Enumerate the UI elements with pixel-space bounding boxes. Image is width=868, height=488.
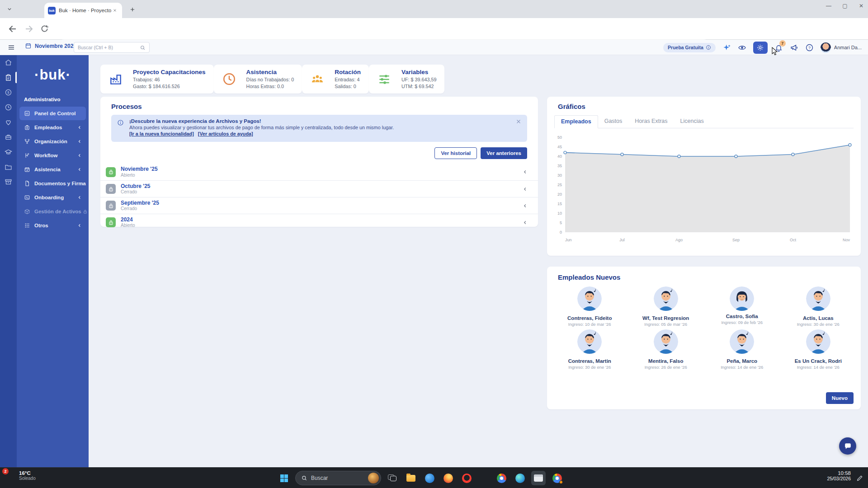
preview-eye-icon[interactable]	[738, 43, 746, 52]
employee-card[interactable]: Castro, Sofia Ingreso: 09 de feb '26	[704, 286, 780, 327]
otros[interactable]: Otros	[19, 219, 86, 232]
start-button[interactable]	[277, 471, 291, 485]
proceso-row[interactable]: Septiembre '25 Cerrado	[100, 197, 538, 214]
employee-card[interactable]: Contreras, Martin Ingreso: 30 de ene '26	[552, 329, 628, 370]
settings-gear-button[interactable]	[753, 42, 768, 54]
ver-anteriores-button[interactable]: Ver anteriores	[481, 147, 527, 159]
chart-tab[interactable]: Licencias	[674, 115, 710, 128]
chat-fab-button[interactable]	[839, 437, 856, 455]
proceso-row[interactable]: 2024 Abierto	[100, 214, 538, 230]
taskbar-clock[interactable]: 10:58 25/03/2026	[827, 470, 851, 481]
empleados[interactable]: Empleados	[19, 121, 86, 134]
employee-card[interactable]: Actis, Lucas Ingreso: 30 de ene '26	[780, 286, 857, 327]
admin-tasks[interactable]	[0, 70, 17, 85]
proceso-status: Abierto	[121, 223, 522, 228]
close-icon[interactable]: ✕	[858, 3, 864, 9]
panel-de-control[interactable]: Panel de Control	[19, 107, 86, 120]
task-view-button[interactable]	[385, 471, 400, 485]
app-search-input[interactable]	[78, 45, 140, 50]
chrome-running-button[interactable]	[550, 471, 564, 485]
employee-card[interactable]: Peña, Marco Ingreso: 14 de ene '26	[704, 329, 780, 370]
stat-card[interactable]: Rotación Entradas: 4 Salidas: 0	[302, 65, 369, 94]
banner-link-funcionalidad[interactable]: [Ir a la nueva funcionalidad]	[129, 131, 194, 136]
weather-sun-icon: 2	[5, 470, 15, 481]
chart-tab[interactable]: Gastos	[598, 115, 629, 128]
employee-card[interactable]: Contreras, Fideito Ingreso: 10 de mar '2…	[552, 286, 628, 327]
new-tab-button[interactable]	[127, 5, 137, 14]
sidebar-menu: Panel de Control Empleados Organización …	[17, 107, 89, 232]
browser-tab[interactable]: buk Buk · Home · Proyecto Capacita	[44, 3, 122, 18]
period-selector[interactable]: Noviembre 2025	[25, 42, 76, 49]
employee-card[interactable]: Mentira, Falso Ingreso: 26 de ene '26	[628, 329, 704, 370]
organizacion[interactable]: Organización	[19, 135, 86, 148]
nuevo-button[interactable]: Nuevo	[826, 392, 854, 404]
sidebar: ·buk· Administrativo Panel de Control Em…	[17, 55, 89, 467]
back-icon[interactable]	[7, 23, 18, 34]
banner-links: [Ir a la nueva funcionalidad] [Ver artíc…	[129, 131, 514, 136]
taskbar-search[interactable]: Buscar	[295, 471, 381, 485]
app-search[interactable]	[74, 42, 150, 53]
announcements-icon[interactable]	[790, 43, 798, 52]
screen: buk Buk · Home · Proyecto Capacita — ▢ ✕…	[0, 0, 868, 488]
employee-name: Castro, Sofia	[704, 314, 780, 319]
chevron-left-icon[interactable]	[522, 169, 528, 175]
gestion-de-activos[interactable]: Gestión de Activos	[19, 205, 86, 218]
remuneraciones[interactable]	[0, 85, 17, 100]
stat-card-icon	[108, 72, 123, 86]
maximize-icon[interactable]: ▢	[842, 3, 848, 9]
chevron-left-icon[interactable]	[522, 203, 528, 209]
chrome-icon	[497, 474, 506, 483]
lock-icon	[83, 209, 88, 214]
proceso-row[interactable]: Noviembre '25 Abierto	[100, 164, 538, 180]
tab-close-icon[interactable]	[111, 7, 118, 14]
tab-search-button[interactable]	[4, 4, 15, 14]
windows-logo-icon	[280, 474, 288, 482]
comunicaciones[interactable]	[0, 174, 17, 189]
trial-badge[interactable]: Prueba Gratuita	[663, 43, 716, 52]
forward-icon[interactable]	[24, 23, 34, 34]
chart-tab[interactable]: Empleados	[554, 115, 598, 128]
firefox-icon	[443, 474, 453, 483]
stat-card-icon	[222, 72, 236, 86]
reload-icon[interactable]	[40, 24, 49, 33]
stat-card[interactable]: Variables UF: $ 39.643,59 UTM: $ 69.542	[369, 65, 444, 94]
capacitaciones[interactable]	[0, 145, 17, 160]
stat-card-line2: Horas Extras: 0.0	[246, 83, 294, 89]
settings-app-button[interactable]	[422, 471, 437, 485]
asistencia[interactable]: Asistencia	[19, 163, 86, 176]
ver-historial-button[interactable]: Ver historial	[434, 147, 477, 159]
employee-card[interactable]: Wf, Test Regresion Ingreso: 05 de mar '2…	[628, 286, 704, 327]
chrome-button[interactable]	[494, 471, 509, 485]
sidebar-toggle-icon[interactable]	[7, 43, 15, 52]
user-menu[interactable]: Anmari Da...	[821, 42, 862, 53]
terminal-button[interactable]	[531, 471, 546, 485]
assistant-sparkle-icon[interactable]	[722, 43, 731, 52]
edge-button[interactable]	[513, 471, 527, 485]
svg-text:45: 45	[557, 145, 562, 149]
chart-tab[interactable]: Horas Extras	[628, 115, 674, 128]
talento[interactable]	[0, 115, 17, 130]
workflow[interactable]: Workflow	[19, 149, 86, 162]
help-icon[interactable]	[805, 43, 814, 52]
opera-button[interactable]	[459, 471, 474, 485]
chevron-left-icon[interactable]	[522, 186, 528, 192]
documentos[interactable]	[0, 160, 17, 174]
stat-card[interactable]: Asistencia Días no Trabajados: 0 Horas E…	[214, 65, 302, 94]
firefox-button[interactable]	[441, 471, 455, 485]
stat-card[interactable]: Proyecto Capacitaciones Trabajos: 46 Gas…	[100, 65, 214, 94]
banner-close-icon[interactable]	[515, 118, 522, 125]
notification-center-icon[interactable]	[856, 474, 863, 482]
home[interactable]	[0, 55, 17, 70]
beneficios[interactable]	[0, 130, 17, 145]
file-explorer-button[interactable]	[404, 471, 418, 485]
proceso-row[interactable]: Octubre '25 Cerrado	[100, 180, 538, 197]
employee-card[interactable]: Es Un Crack, Rodri Ingreso: 14 de ene '2…	[780, 329, 857, 370]
svg-text:35: 35	[557, 164, 562, 168]
chevron-left-icon[interactable]	[522, 220, 528, 225]
minimize-icon[interactable]: —	[826, 3, 832, 9]
asistencia[interactable]	[0, 100, 17, 115]
documentos-y-firma[interactable]: Documentos y Firma	[19, 177, 86, 190]
banner-link-ayuda[interactable]: [Ver artículos de ayuda]	[198, 131, 253, 136]
weather-widget[interactable]: 2 16°C Soleado	[5, 470, 36, 481]
onboarding[interactable]: Onboarding	[19, 191, 86, 204]
